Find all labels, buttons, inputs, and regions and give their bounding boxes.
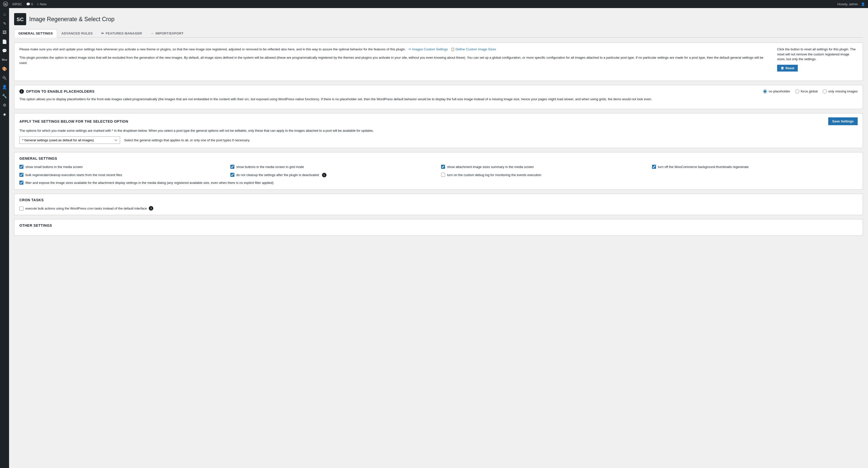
- main-info-text: Please make sure you visit and update yo…: [20, 47, 772, 52]
- howdy-text: Howdy, admin: [838, 2, 858, 6]
- checkbox-no-cleanup-input[interactable]: [230, 173, 235, 177]
- sidebar-pages[interactable]: 📄: [0, 37, 9, 46]
- images-custom-settings-label: Images Custom Settings: [412, 47, 448, 51]
- empty-cell: [652, 173, 858, 178]
- apply-section-title: APPLY THE SETTINGS BELOW FOR THE SELECTE…: [20, 119, 128, 123]
- sidebar-plugins[interactable]: 🔌: [0, 74, 9, 82]
- sidebar-comments[interactable]: 💬: [0, 46, 9, 55]
- reset-button[interactable]: 🗑 Reset: [777, 65, 798, 71]
- checkbox-small-buttons[interactable]: show small buttons in the media screen: [20, 165, 225, 170]
- radio-no-placeholder[interactable]: no placeholder: [763, 89, 790, 93]
- features-tab-label: FEATURES MANAGER: [106, 31, 142, 35]
- checkbox-cron-bulk[interactable]: execute bulk actions using the WordPress…: [20, 206, 147, 211]
- save-settings-button[interactable]: Save Settings: [828, 117, 858, 125]
- radio-no-placeholder-label: no placeholder: [769, 89, 790, 93]
- no-cleanup-info-icon: i: [322, 173, 327, 177]
- radio-only-missing-input[interactable]: [823, 89, 827, 93]
- checkbox-woo-bg-input[interactable]: [652, 165, 656, 169]
- nav-tabs: GENERAL SETTINGS ADVANCED RULES ✏ FEATUR…: [14, 29, 863, 37]
- importexport-icon: ↔: [151, 31, 154, 35]
- tab-advanced-rules[interactable]: ADVANCED RULES: [57, 29, 97, 37]
- sidebar-tools[interactable]: 🔧: [0, 92, 9, 100]
- radio-no-placeholder-input[interactable]: [763, 89, 767, 93]
- tab-import-export[interactable]: ↔ IMPORT/EXPORT: [146, 29, 188, 37]
- svg-text:W: W: [4, 3, 7, 6]
- general-settings-title: GENERAL SETTINGS: [20, 156, 858, 160]
- radio-only-missing[interactable]: only missing images: [823, 89, 858, 93]
- admin-bar-right: Howdy, admin 👤: [838, 2, 865, 6]
- plugin-header: SC Image Regenerate & Select Crop: [14, 13, 863, 25]
- reset-label: Reset: [785, 66, 794, 70]
- new-label: New: [40, 2, 46, 6]
- checkbox-filter-expose[interactable]: filter and expose the image sizes availa…: [20, 180, 436, 185]
- images-custom-settings-link[interactable]: ✏ Images Custom Settings: [409, 47, 449, 51]
- checkbox-grid-buttons-label: show buttons in the media screen in grid…: [237, 165, 304, 170]
- checkbox-woo-bg[interactable]: turn off the WooCommerce background thum…: [652, 165, 858, 170]
- sidebar-dashboard[interactable]: ⌂: [0, 10, 9, 19]
- top-section-side: Click the button to reset all settings f…: [777, 47, 858, 71]
- placeholder-radio-group: no placeholder force global only missing…: [763, 89, 858, 93]
- checkbox-small-buttons-input[interactable]: [20, 165, 23, 169]
- placeholder-info-icon: i: [20, 89, 24, 94]
- comment-icon: 💬: [26, 2, 30, 6]
- checkbox-attachment-summary[interactable]: show attachment image sizes summary in t…: [441, 165, 647, 170]
- post-type-dropdown[interactable]: * General settings (used as default for …: [20, 137, 120, 144]
- comments-count: 0: [31, 2, 33, 6]
- general-tab-label: GENERAL SETTINGS: [19, 31, 53, 35]
- top-section-main: Please make sure you visit and update yo…: [20, 47, 772, 71]
- sidebar-sirsc[interactable]: ◈: [0, 110, 9, 118]
- define-custom-sizes-label: Define Custom Image Sizes: [456, 47, 496, 51]
- info-panel: Please make sure you visit and update yo…: [14, 42, 863, 81]
- info-panel-inner: Please make sure you visit and update yo…: [14, 43, 863, 81]
- checkbox-grid-buttons[interactable]: show buttons in the media screen in grid…: [230, 165, 436, 170]
- radio-force-global-input[interactable]: [795, 89, 799, 93]
- checkbox-cron-bulk-label: execute bulk actions using the WordPress…: [25, 206, 147, 211]
- define-custom-image-sizes-link[interactable]: 📋 Define Custom Image Sizes: [451, 47, 496, 51]
- checkbox-debug-log[interactable]: turn on the custom debug log for monitor…: [441, 173, 647, 178]
- admin-bar: W SIRSC 💬 0 + New Howdy, admin 👤: [0, 0, 868, 8]
- info-text-content: Please make sure you visit and update yo…: [20, 47, 406, 51]
- general-settings-section: GENERAL SETTINGS show small buttons in t…: [14, 152, 863, 190]
- placeholder-desc-text: This option allows you to display placeh…: [20, 97, 858, 102]
- checkbox-filter-expose-input[interactable]: [20, 181, 23, 185]
- sidebar-appearance[interactable]: 🎨: [0, 64, 9, 73]
- svg-text:SC: SC: [17, 17, 24, 22]
- new-content-item[interactable]: + New: [37, 2, 46, 6]
- sidebar-settings[interactable]: ⚙: [0, 101, 9, 109]
- comments-bar-item[interactable]: 💬 0: [26, 2, 33, 6]
- checkbox-attachment-summary-input[interactable]: [441, 165, 445, 169]
- placeholder-section-title: OPTION TO ENABLE PLACEHOLDERS: [26, 89, 94, 93]
- tab-general-settings[interactable]: GENERAL SETTINGS: [14, 29, 57, 37]
- sidebar-woo[interactable]: Woo: [0, 55, 9, 64]
- trash-icon: 🗑: [781, 66, 784, 70]
- radio-force-global-label: force global: [801, 89, 818, 93]
- checkbox-bulk-recent-label: bulk regenerate/cleanup execution starts…: [25, 173, 122, 178]
- tab-features-manager[interactable]: ✏ FEATURES MANAGER: [97, 29, 146, 37]
- radio-only-missing-label: only missing images: [828, 89, 858, 93]
- checkbox-no-cleanup[interactable]: do not cleanup the settings after the pl…: [230, 173, 319, 178]
- checkbox-bulk-recent-input[interactable]: [20, 173, 23, 177]
- site-name[interactable]: SIRSC: [12, 2, 22, 6]
- plugin-logo-icon: SC: [14, 13, 26, 25]
- sidebar-posts[interactable]: ✎: [0, 19, 9, 28]
- general-settings-checkboxes: show small buttons in the media screen s…: [20, 165, 858, 185]
- sidebar-media[interactable]: 🖼: [0, 28, 9, 37]
- placeholder-header: i OPTION TO ENABLE PLACEHOLDERS no place…: [20, 89, 858, 94]
- wp-logo-icon: W: [3, 1, 8, 6]
- cron-tasks-section: CRON TASKS execute bulk actions using th…: [14, 194, 863, 215]
- cron-info-icon: i: [149, 206, 153, 211]
- other-settings-section: OTHER SETTINGS: [14, 219, 863, 236]
- checkbox-debug-log-input[interactable]: [441, 173, 445, 177]
- features-icon: ✏: [101, 31, 104, 35]
- define-sizes-icon: 📋: [451, 47, 455, 51]
- other-settings-title: OTHER SETTINGS: [20, 224, 858, 228]
- sidebar-users[interactable]: 👤: [0, 83, 9, 91]
- placeholder-header-left: i OPTION TO ENABLE PLACEHOLDERS: [20, 89, 94, 94]
- checkbox-cron-bulk-input[interactable]: [20, 207, 23, 211]
- checkbox-bulk-recent[interactable]: bulk regenerate/cleanup execution starts…: [20, 173, 225, 178]
- checkbox-cron-bulk-wrap: execute bulk actions using the WordPress…: [20, 206, 858, 211]
- checkbox-grid-buttons-input[interactable]: [230, 165, 235, 169]
- checkbox-small-buttons-label: show small buttons in the media screen: [25, 165, 83, 170]
- advanced-tab-label: ADVANCED RULES: [61, 31, 93, 35]
- radio-force-global[interactable]: force global: [795, 89, 818, 93]
